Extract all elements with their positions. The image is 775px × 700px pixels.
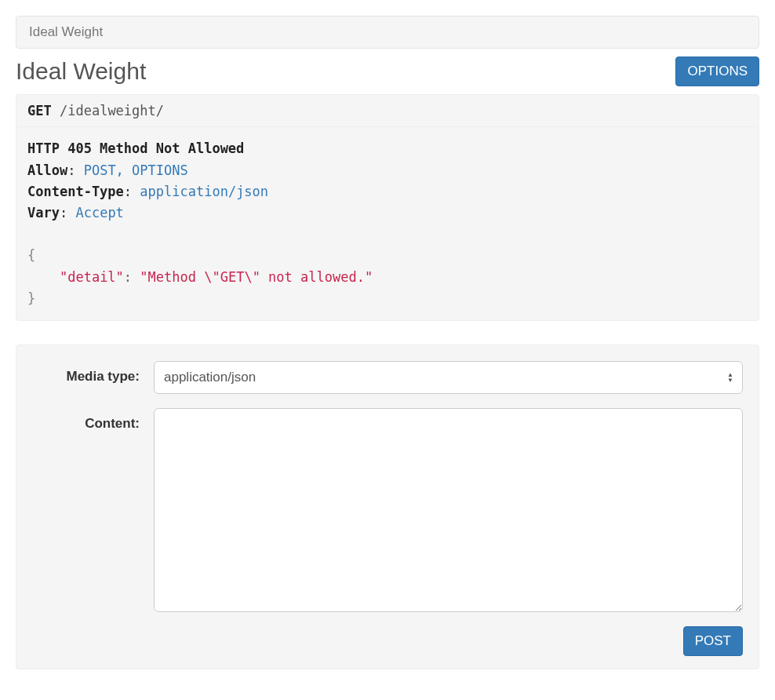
post-button[interactable]: POST [683,626,743,656]
content-textarea[interactable] [154,408,743,612]
response-status-line: HTTP 405 Method Not Allowed [27,140,244,156]
json-body-key: "detail" [60,269,124,285]
hdr-allow-val: POST, OPTIONS [84,162,188,178]
media-type-select[interactable]: application/json [154,361,743,394]
hdr-vary-key: Vary [27,205,60,221]
json-open-brace: { [27,247,35,263]
media-type-label: Media type: [32,361,154,385]
breadcrumb: Ideal Weight [16,16,759,49]
form-panel: Media type: application/json ▲▼ Content:… [16,345,759,669]
request-line: GET /idealweight/ [16,94,759,127]
page-title: Ideal Weight [16,58,146,85]
json-body-value: "Method \"GET\" not allowed." [140,269,373,285]
options-button[interactable]: OPTIONS [675,57,759,86]
content-label: Content: [32,408,154,432]
response-block: HTTP 405 Method Not Allowed Allow: POST,… [16,127,759,321]
request-method: GET [27,103,52,118]
hdr-ctype-val: application/json [140,184,268,199]
breadcrumb-current: Ideal Weight [29,24,103,39]
hdr-vary-val: Accept [75,205,123,221]
request-path: /idealweight/ [60,103,164,118]
hdr-allow-key: Allow [27,162,67,178]
hdr-ctype-key: Content-Type [27,184,124,199]
json-close-brace: } [27,290,35,306]
title-row: Ideal Weight OPTIONS [16,57,759,86]
